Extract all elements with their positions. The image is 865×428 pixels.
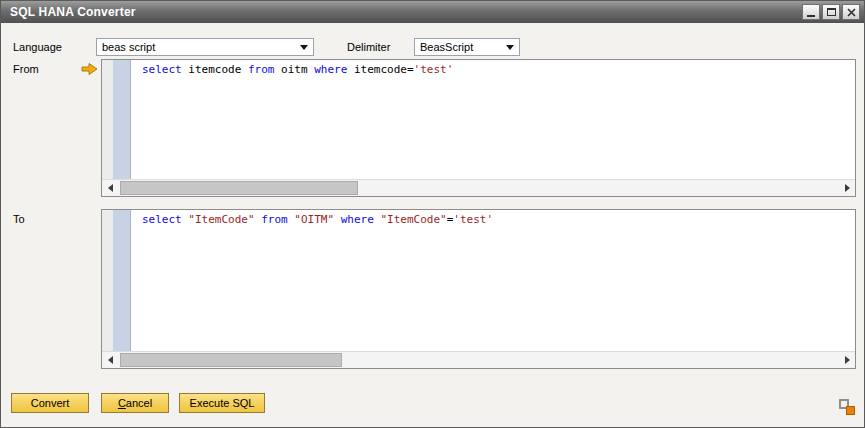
close-button[interactable]: [842, 4, 860, 20]
to-editor: select "ItemCode" from "OITM" where "Ite…: [101, 209, 856, 369]
code-token: where: [341, 213, 381, 226]
scrollbar-thumb[interactable]: [120, 181, 358, 195]
window-title: SQL HANA Converter: [10, 5, 136, 19]
scroll-left-icon: [108, 184, 113, 192]
editor-margin: [102, 60, 113, 179]
to-horizontal-scrollbar[interactable]: [102, 351, 855, 368]
language-dropdown[interactable]: beas script: [96, 38, 314, 56]
code-token: itemcode: [188, 63, 248, 76]
to-label: To: [13, 213, 25, 225]
code-token: "OITM": [294, 213, 340, 226]
language-value: beas script: [102, 41, 155, 53]
execute-sql-button-label: Execute SQL: [190, 397, 255, 409]
code-token: select: [142, 63, 188, 76]
delimiter-label: Delimiter: [347, 41, 390, 53]
code-token: 'test': [453, 213, 493, 226]
convert-button-label: Convert: [31, 397, 70, 409]
delimiter-value: BeasScript: [420, 41, 473, 53]
cancel-button[interactable]: Cancel: [101, 393, 169, 413]
code-token: from: [261, 213, 294, 226]
scroll-right-icon: [845, 184, 850, 192]
to-code-area[interactable]: select "ItemCode" from "OITM" where "Ite…: [142, 213, 852, 227]
scroll-right-icon: [845, 356, 850, 364]
scroll-left-icon: [108, 356, 113, 364]
scroll-right-button[interactable]: [839, 180, 855, 196]
close-icon: [847, 8, 856, 17]
resize-grip-icon[interactable]: [839, 399, 855, 415]
title-bar[interactable]: SQL HANA Converter: [1, 1, 864, 23]
sql-hana-converter-window: SQL HANA Converter Language beas script …: [0, 0, 865, 428]
code-token: =: [407, 63, 414, 76]
code-token: "ItemCode": [380, 213, 446, 226]
execute-sql-button[interactable]: Execute SQL: [179, 393, 265, 413]
code-token: select: [142, 213, 188, 226]
maximize-icon: [827, 8, 836, 16]
scroll-right-button[interactable]: [839, 352, 855, 368]
chevron-down-icon: [506, 45, 514, 50]
language-label: Language: [13, 41, 62, 53]
chevron-down-icon: [300, 45, 308, 50]
scrollbar-thumb[interactable]: [120, 353, 342, 367]
minimize-button[interactable]: [802, 4, 820, 20]
from-code-area[interactable]: select itemcode from oitm where itemcode…: [142, 63, 852, 77]
convert-button[interactable]: Convert: [11, 393, 89, 413]
from-label: From: [13, 63, 39, 75]
code-token: itemcode: [354, 63, 407, 76]
from-editor-body: select itemcode from oitm where itemcode…: [102, 60, 855, 179]
cancel-button-label: Cancel: [118, 397, 152, 409]
scroll-left-button[interactable]: [102, 180, 118, 196]
minimize-icon: [807, 15, 815, 17]
code-token: where: [314, 63, 354, 76]
code-token: 'test': [414, 63, 454, 76]
editor-margin: [102, 210, 113, 351]
code-token: "ItemCode": [188, 213, 261, 226]
delimiter-dropdown[interactable]: BeasScript: [414, 38, 520, 56]
scroll-left-button[interactable]: [102, 352, 118, 368]
from-horizontal-scrollbar[interactable]: [102, 179, 855, 196]
editor-gutter: [113, 210, 131, 351]
editor-gutter: [113, 60, 131, 179]
code-token: from: [248, 63, 281, 76]
from-editor: select itemcode from oitm where itemcode…: [101, 59, 856, 197]
grip-orange-square: [846, 406, 855, 415]
code-token: oitm: [281, 63, 314, 76]
to-editor-body: select "ItemCode" from "OITM" where "Ite…: [102, 210, 855, 351]
link-arrow-icon[interactable]: [81, 62, 98, 76]
maximize-button[interactable]: [822, 4, 840, 20]
window-controls: [802, 4, 860, 20]
